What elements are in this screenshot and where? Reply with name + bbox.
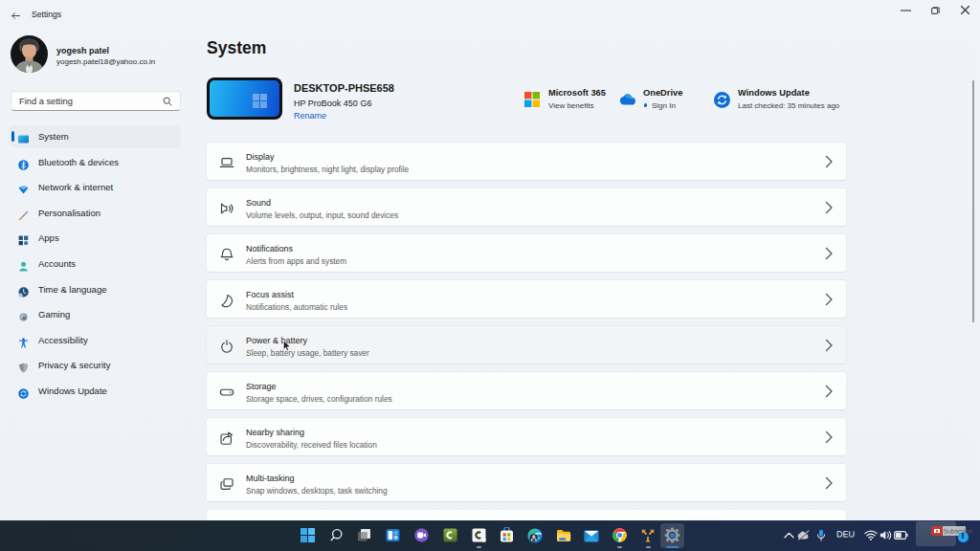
svg-text:DEU: DEU: [836, 529, 855, 539]
